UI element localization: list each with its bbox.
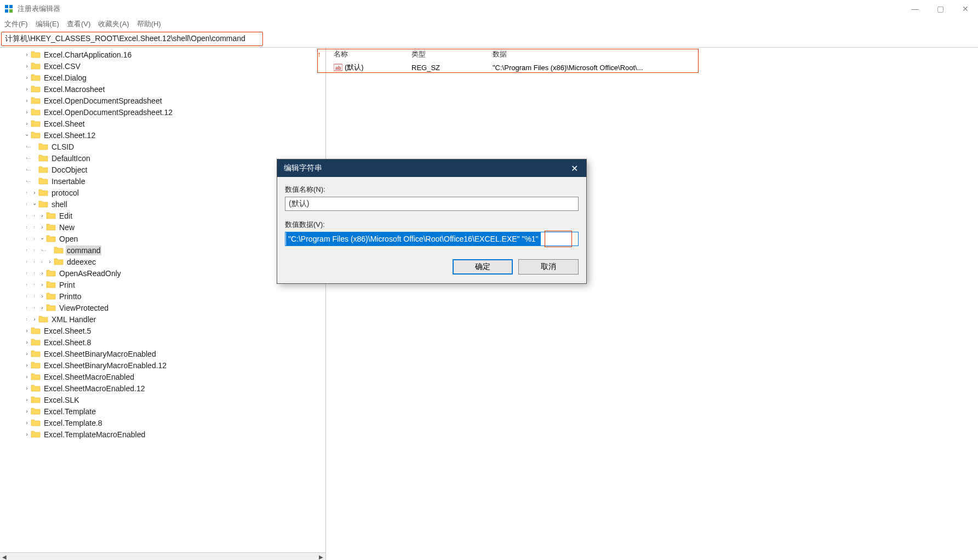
tree-item-label: New <box>58 222 76 232</box>
tree-item[interactable]: Excel.ChartApplication.16 <box>0 49 325 60</box>
expander-icon[interactable] <box>38 213 46 219</box>
expander-icon[interactable] <box>23 339 31 345</box>
column-type[interactable]: 类型 <box>411 49 493 59</box>
tree-item[interactable]: Excel.Macrosheet <box>0 83 325 95</box>
expander-icon[interactable] <box>23 52 31 58</box>
tree-item[interactable]: Excel.SLK <box>0 394 325 405</box>
tree-item[interactable]: Excel.Sheet.5 <box>0 325 325 336</box>
expander-icon[interactable] <box>23 86 31 92</box>
tree-item[interactable]: Excel.SheetBinaryMacroEnabled.12 <box>0 359 325 371</box>
expander-icon[interactable] <box>23 431 31 437</box>
dialog-title: 编辑字符串 <box>284 163 322 173</box>
value-data-label: 数值数据(V): <box>285 220 579 230</box>
tree-item[interactable]: Excel.TemplateMacroEnabled <box>0 428 325 440</box>
expander-icon[interactable] <box>38 236 46 242</box>
svg-rect-3 <box>9 9 13 13</box>
menu-edit[interactable]: 编辑(E) <box>36 19 59 29</box>
menu-file[interactable]: 文件(F) <box>4 19 28 29</box>
expander-icon[interactable] <box>23 362 31 368</box>
scroll-left-icon[interactable]: ◀ <box>0 554 9 560</box>
expander-icon[interactable] <box>23 328 31 334</box>
folder-icon <box>31 373 41 381</box>
expander-icon[interactable] <box>23 109 31 115</box>
menu-help[interactable]: 帮助(H) <box>137 19 161 29</box>
column-data[interactable]: 数据 <box>493 49 978 59</box>
dialog-close-button[interactable]: ✕ <box>562 159 586 177</box>
tree-item-label: Excel.SLK <box>43 395 81 405</box>
expander-icon[interactable] <box>23 351 31 357</box>
tree-item[interactable]: Printto <box>0 290 325 302</box>
menu-favorites[interactable]: 收藏夹(A) <box>98 19 129 29</box>
tree-item[interactable]: Excel.Sheet.8 <box>0 336 325 348</box>
tree-item[interactable]: Excel.OpenDocumentSpreadsheet.12 <box>0 106 325 118</box>
dialog-titlebar[interactable]: 编辑字符串 ✕ <box>277 159 586 177</box>
cancel-button[interactable]: 取消 <box>518 259 579 275</box>
tree-item[interactable]: Excel.Dialog <box>0 72 325 83</box>
value-type: REG_SZ <box>411 64 493 72</box>
expander-icon[interactable] <box>23 63 31 69</box>
expander-icon[interactable] <box>23 374 31 380</box>
tree-item[interactable]: Excel.SheetBinaryMacroEnabled <box>0 348 325 359</box>
expander-icon[interactable] <box>38 224 46 230</box>
ok-button[interactable]: 确定 <box>453 259 513 275</box>
expander-icon[interactable] <box>23 420 31 426</box>
scroll-right-icon[interactable]: ▶ <box>317 554 325 560</box>
folder-icon <box>46 281 56 289</box>
expander-icon[interactable] <box>31 201 38 207</box>
tree-item[interactable]: Excel.OpenDocumentSpreadsheet <box>0 95 325 106</box>
folder-icon <box>31 108 41 117</box>
tree-item-label: CLSID <box>50 142 75 152</box>
tree-horizontal-scrollbar[interactable]: ◀ ▶ <box>0 552 325 560</box>
value-data-input[interactable]: "C:\Program Files (x86)\Microsoft Office… <box>286 232 541 245</box>
tree-item[interactable]: Excel.SheetMacroEnabled <box>0 371 325 382</box>
tree-item[interactable]: Excel.CSV <box>0 60 325 72</box>
folder-icon <box>54 246 64 255</box>
menubar: 文件(F) 编辑(E) 查看(V) 收藏夹(A) 帮助(H) <box>0 18 978 31</box>
folder-icon <box>31 119 41 128</box>
maximize-button[interactable]: ▢ <box>928 0 953 18</box>
expander-icon[interactable] <box>23 408 31 414</box>
tree-item-label: DocObject <box>50 165 88 175</box>
svg-text:ab: ab <box>335 65 341 71</box>
tree-item-label: Insertable <box>50 176 86 186</box>
expander-icon[interactable] <box>38 305 46 311</box>
tree-item[interactable]: Excel.Template.8 <box>0 417 325 428</box>
expander-icon[interactable] <box>38 293 46 299</box>
tree-item[interactable]: Excel.Template <box>0 405 325 417</box>
tree-item[interactable]: Excel.SheetMacroEnabled.12 <box>0 382 325 394</box>
tree-item-label: Edit <box>58 211 73 221</box>
expander-icon[interactable] <box>23 75 31 81</box>
expander-icon[interactable] <box>23 98 31 104</box>
column-name[interactable]: 名称 <box>334 49 411 59</box>
expander-icon[interactable] <box>31 316 38 322</box>
value-row[interactable]: ab (默认) REG_SZ "C:\Program Files (x86)\M… <box>326 61 978 74</box>
close-button[interactable]: ✕ <box>953 0 978 18</box>
tree-item[interactable]: CLSID <box>0 141 325 152</box>
tree-item[interactable]: Excel.Sheet <box>0 118 325 129</box>
svg-rect-1 <box>9 5 13 8</box>
app-icon <box>4 4 13 13</box>
tree-item-label: Excel.OpenDocumentSpreadsheet.12 <box>43 107 174 117</box>
expander-icon[interactable] <box>23 132 31 138</box>
tree-item-label: Excel.Sheet.8 <box>43 338 92 347</box>
menu-view[interactable]: 查看(V) <box>67 19 90 29</box>
expander-icon[interactable] <box>38 282 46 288</box>
tree-item[interactable]: Excel.Sheet.12 <box>0 129 325 141</box>
expander-icon[interactable] <box>23 121 31 127</box>
value-name: (默认) <box>345 62 364 72</box>
minimize-button[interactable]: — <box>902 0 928 18</box>
expander-icon[interactable] <box>31 190 38 196</box>
folder-icon <box>31 327 41 335</box>
folder-icon <box>31 131 41 140</box>
value-name-input[interactable] <box>285 197 579 211</box>
expander-icon[interactable] <box>46 259 54 265</box>
folder-icon <box>31 384 41 393</box>
tree-item-label: Excel.Sheet.12 <box>43 130 96 140</box>
tree-item[interactable]: ViewProtected <box>0 302 325 313</box>
folder-icon <box>31 96 41 105</box>
expander-icon[interactable] <box>23 385 31 391</box>
tree-item[interactable]: XML Handler <box>0 313 325 325</box>
expander-icon[interactable] <box>23 397 31 403</box>
expander-icon[interactable] <box>38 270 46 276</box>
address-bar[interactable]: 计算机\HKEY_CLASSES_ROOT\Excel.Sheet.12\she… <box>1 32 263 46</box>
